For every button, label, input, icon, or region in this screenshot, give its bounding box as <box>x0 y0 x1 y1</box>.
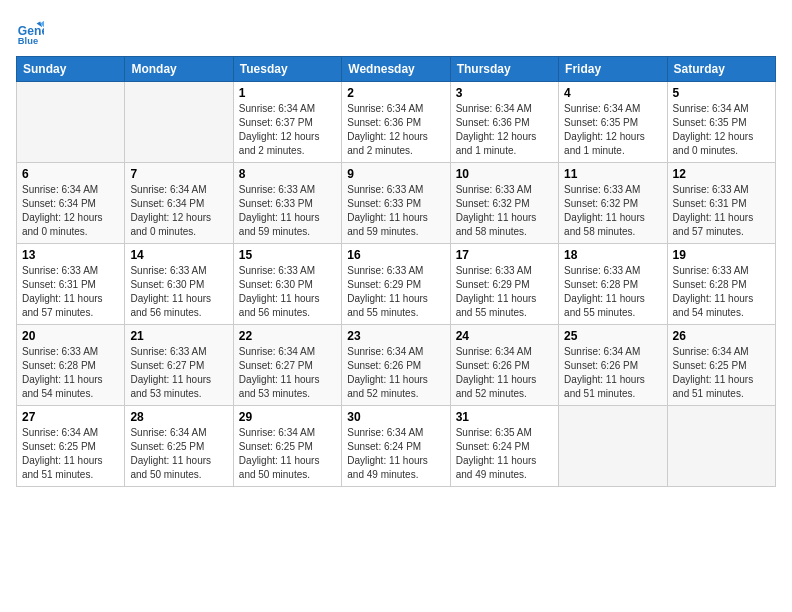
day-info: Sunrise: 6:33 AM Sunset: 6:31 PM Dayligh… <box>22 264 119 320</box>
day-info: Sunrise: 6:33 AM Sunset: 6:30 PM Dayligh… <box>130 264 227 320</box>
day-number: 18 <box>564 248 661 262</box>
page-header: General Blue <box>16 16 776 44</box>
calendar-cell: 9Sunrise: 6:33 AM Sunset: 6:33 PM Daylig… <box>342 163 450 244</box>
day-info: Sunrise: 6:34 AM Sunset: 6:24 PM Dayligh… <box>347 426 444 482</box>
calendar-cell: 17Sunrise: 6:33 AM Sunset: 6:29 PM Dayli… <box>450 244 558 325</box>
calendar-cell: 24Sunrise: 6:34 AM Sunset: 6:26 PM Dayli… <box>450 325 558 406</box>
day-number: 28 <box>130 410 227 424</box>
calendar-cell: 2Sunrise: 6:34 AM Sunset: 6:36 PM Daylig… <box>342 82 450 163</box>
day-number: 26 <box>673 329 770 343</box>
day-number: 2 <box>347 86 444 100</box>
weekday-header: Saturday <box>667 57 775 82</box>
calendar-cell: 3Sunrise: 6:34 AM Sunset: 6:36 PM Daylig… <box>450 82 558 163</box>
calendar-cell: 26Sunrise: 6:34 AM Sunset: 6:25 PM Dayli… <box>667 325 775 406</box>
weekday-header: Thursday <box>450 57 558 82</box>
day-info: Sunrise: 6:34 AM Sunset: 6:35 PM Dayligh… <box>564 102 661 158</box>
calendar-cell: 1Sunrise: 6:34 AM Sunset: 6:37 PM Daylig… <box>233 82 341 163</box>
calendar-cell <box>667 406 775 487</box>
calendar-cell: 7Sunrise: 6:34 AM Sunset: 6:34 PM Daylig… <box>125 163 233 244</box>
calendar-cell: 4Sunrise: 6:34 AM Sunset: 6:35 PM Daylig… <box>559 82 667 163</box>
calendar-cell: 5Sunrise: 6:34 AM Sunset: 6:35 PM Daylig… <box>667 82 775 163</box>
day-number: 25 <box>564 329 661 343</box>
calendar-cell: 23Sunrise: 6:34 AM Sunset: 6:26 PM Dayli… <box>342 325 450 406</box>
calendar-cell: 19Sunrise: 6:33 AM Sunset: 6:28 PM Dayli… <box>667 244 775 325</box>
day-number: 16 <box>347 248 444 262</box>
day-info: Sunrise: 6:34 AM Sunset: 6:27 PM Dayligh… <box>239 345 336 401</box>
day-info: Sunrise: 6:33 AM Sunset: 6:29 PM Dayligh… <box>347 264 444 320</box>
calendar-cell: 15Sunrise: 6:33 AM Sunset: 6:30 PM Dayli… <box>233 244 341 325</box>
calendar-cell: 18Sunrise: 6:33 AM Sunset: 6:28 PM Dayli… <box>559 244 667 325</box>
day-number: 3 <box>456 86 553 100</box>
day-number: 30 <box>347 410 444 424</box>
day-number: 31 <box>456 410 553 424</box>
calendar-cell: 31Sunrise: 6:35 AM Sunset: 6:24 PM Dayli… <box>450 406 558 487</box>
calendar-cell: 11Sunrise: 6:33 AM Sunset: 6:32 PM Dayli… <box>559 163 667 244</box>
weekday-header: Monday <box>125 57 233 82</box>
day-info: Sunrise: 6:34 AM Sunset: 6:26 PM Dayligh… <box>456 345 553 401</box>
day-info: Sunrise: 6:33 AM Sunset: 6:27 PM Dayligh… <box>130 345 227 401</box>
calendar-cell: 27Sunrise: 6:34 AM Sunset: 6:25 PM Dayli… <box>17 406 125 487</box>
day-number: 12 <box>673 167 770 181</box>
calendar-cell <box>125 82 233 163</box>
calendar-table: SundayMondayTuesdayWednesdayThursdayFrid… <box>16 56 776 487</box>
day-info: Sunrise: 6:34 AM Sunset: 6:34 PM Dayligh… <box>22 183 119 239</box>
day-info: Sunrise: 6:34 AM Sunset: 6:25 PM Dayligh… <box>239 426 336 482</box>
weekday-header: Wednesday <box>342 57 450 82</box>
day-number: 14 <box>130 248 227 262</box>
calendar-cell: 14Sunrise: 6:33 AM Sunset: 6:30 PM Dayli… <box>125 244 233 325</box>
weekday-header: Tuesday <box>233 57 341 82</box>
calendar-cell: 10Sunrise: 6:33 AM Sunset: 6:32 PM Dayli… <box>450 163 558 244</box>
calendar-cell <box>17 82 125 163</box>
calendar-cell: 25Sunrise: 6:34 AM Sunset: 6:26 PM Dayli… <box>559 325 667 406</box>
logo-icon: General Blue <box>16 16 44 44</box>
calendar-cell: 12Sunrise: 6:33 AM Sunset: 6:31 PM Dayli… <box>667 163 775 244</box>
day-number: 4 <box>564 86 661 100</box>
calendar-cell: 22Sunrise: 6:34 AM Sunset: 6:27 PM Dayli… <box>233 325 341 406</box>
svg-text:Blue: Blue <box>18 36 38 44</box>
calendar-cell: 29Sunrise: 6:34 AM Sunset: 6:25 PM Dayli… <box>233 406 341 487</box>
calendar-cell: 30Sunrise: 6:34 AM Sunset: 6:24 PM Dayli… <box>342 406 450 487</box>
day-info: Sunrise: 6:34 AM Sunset: 6:26 PM Dayligh… <box>347 345 444 401</box>
day-number: 24 <box>456 329 553 343</box>
day-number: 17 <box>456 248 553 262</box>
day-number: 29 <box>239 410 336 424</box>
weekday-header: Friday <box>559 57 667 82</box>
calendar-cell <box>559 406 667 487</box>
day-info: Sunrise: 6:33 AM Sunset: 6:28 PM Dayligh… <box>22 345 119 401</box>
day-number: 1 <box>239 86 336 100</box>
day-number: 21 <box>130 329 227 343</box>
day-number: 22 <box>239 329 336 343</box>
day-info: Sunrise: 6:33 AM Sunset: 6:32 PM Dayligh… <box>564 183 661 239</box>
calendar-cell: 13Sunrise: 6:33 AM Sunset: 6:31 PM Dayli… <box>17 244 125 325</box>
day-info: Sunrise: 6:34 AM Sunset: 6:36 PM Dayligh… <box>456 102 553 158</box>
day-info: Sunrise: 6:33 AM Sunset: 6:31 PM Dayligh… <box>673 183 770 239</box>
day-number: 20 <box>22 329 119 343</box>
day-number: 27 <box>22 410 119 424</box>
day-info: Sunrise: 6:34 AM Sunset: 6:26 PM Dayligh… <box>564 345 661 401</box>
day-number: 10 <box>456 167 553 181</box>
day-info: Sunrise: 6:33 AM Sunset: 6:33 PM Dayligh… <box>347 183 444 239</box>
calendar-cell: 20Sunrise: 6:33 AM Sunset: 6:28 PM Dayli… <box>17 325 125 406</box>
day-info: Sunrise: 6:34 AM Sunset: 6:25 PM Dayligh… <box>673 345 770 401</box>
day-number: 9 <box>347 167 444 181</box>
day-info: Sunrise: 6:34 AM Sunset: 6:25 PM Dayligh… <box>22 426 119 482</box>
day-info: Sunrise: 6:35 AM Sunset: 6:24 PM Dayligh… <box>456 426 553 482</box>
calendar-cell: 21Sunrise: 6:33 AM Sunset: 6:27 PM Dayli… <box>125 325 233 406</box>
day-info: Sunrise: 6:34 AM Sunset: 6:25 PM Dayligh… <box>130 426 227 482</box>
day-info: Sunrise: 6:34 AM Sunset: 6:34 PM Dayligh… <box>130 183 227 239</box>
day-info: Sunrise: 6:33 AM Sunset: 6:33 PM Dayligh… <box>239 183 336 239</box>
day-number: 19 <box>673 248 770 262</box>
day-info: Sunrise: 6:34 AM Sunset: 6:37 PM Dayligh… <box>239 102 336 158</box>
day-number: 15 <box>239 248 336 262</box>
calendar-cell: 28Sunrise: 6:34 AM Sunset: 6:25 PM Dayli… <box>125 406 233 487</box>
calendar-cell: 16Sunrise: 6:33 AM Sunset: 6:29 PM Dayli… <box>342 244 450 325</box>
day-number: 8 <box>239 167 336 181</box>
day-number: 6 <box>22 167 119 181</box>
day-number: 5 <box>673 86 770 100</box>
day-info: Sunrise: 6:33 AM Sunset: 6:28 PM Dayligh… <box>564 264 661 320</box>
day-info: Sunrise: 6:34 AM Sunset: 6:35 PM Dayligh… <box>673 102 770 158</box>
day-info: Sunrise: 6:33 AM Sunset: 6:28 PM Dayligh… <box>673 264 770 320</box>
day-info: Sunrise: 6:33 AM Sunset: 6:32 PM Dayligh… <box>456 183 553 239</box>
day-info: Sunrise: 6:33 AM Sunset: 6:29 PM Dayligh… <box>456 264 553 320</box>
day-info: Sunrise: 6:33 AM Sunset: 6:30 PM Dayligh… <box>239 264 336 320</box>
